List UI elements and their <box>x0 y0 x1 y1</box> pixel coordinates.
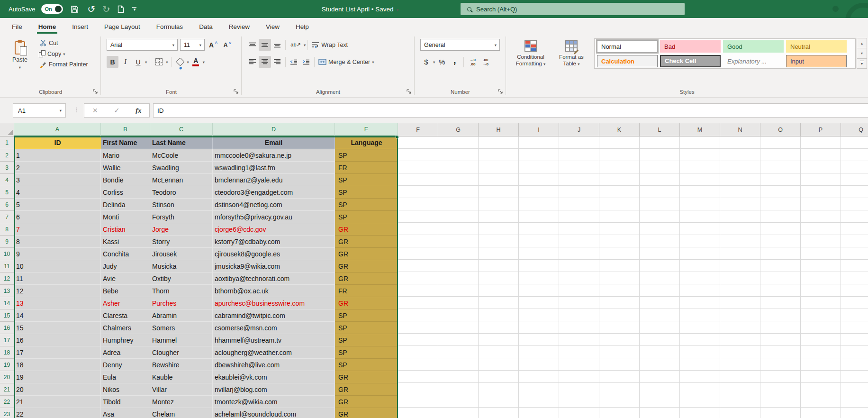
cell-b14[interactable]: Asher <box>101 297 150 309</box>
number-format-select[interactable]: General ▾ <box>420 39 500 51</box>
accounting-format-button[interactable]: $ <box>420 56 432 68</box>
cancel-icon[interactable]: × <box>88 106 102 116</box>
tab-review[interactable]: Review <box>221 19 258 34</box>
cell-b4[interactable]: Bondie <box>101 174 150 186</box>
column-header-a[interactable]: A <box>14 123 101 136</box>
cell-a22[interactable]: 21 <box>14 396 101 408</box>
column-header-q[interactable]: Q <box>841 123 868 136</box>
row-header-22[interactable]: 22 <box>0 396 14 408</box>
cell-a9[interactable]: 8 <box>14 236 101 248</box>
row-header-17[interactable]: 17 <box>0 334 14 346</box>
row-header-21[interactable]: 21 <box>0 383 14 396</box>
cell-a3[interactable]: 2 <box>14 162 101 174</box>
cell-b2[interactable]: Mario <box>101 149 150 162</box>
cell-d16[interactable]: csomerse@msn.com <box>213 322 335 334</box>
font-color-dropdown-icon[interactable]: ▾ <box>203 60 205 64</box>
fill-color-dropdown-icon[interactable]: ▾ <box>187 60 189 64</box>
cell-e22[interactable]: GR <box>335 396 398 408</box>
row-header-19[interactable]: 19 <box>0 359 14 371</box>
cell-style-input[interactable]: Input <box>786 55 847 67</box>
cell-b8[interactable]: Cristian <box>101 223 150 236</box>
cell-d22[interactable]: tmontezk@wikia.com <box>213 396 335 408</box>
name-box-dropdown-icon[interactable]: ▾ <box>60 108 62 113</box>
name-box[interactable]: A1 ▾ <box>13 103 66 118</box>
column-header-h[interactable]: H <box>479 123 519 136</box>
accounting-dropdown-icon[interactable]: ▾ <box>433 60 435 64</box>
font-family-select[interactable]: Arial ▾ <box>107 39 178 51</box>
orientation-button[interactable]: ab↗ <box>288 39 304 51</box>
row-header-11[interactable]: 11 <box>0 260 14 273</box>
cell-a16[interactable]: 15 <box>14 322 101 334</box>
row-header-4[interactable]: 4 <box>0 174 14 186</box>
row-header-6[interactable]: 6 <box>0 199 14 211</box>
row-header-1[interactable]: 1 <box>0 136 14 149</box>
save-icon[interactable] <box>69 4 80 14</box>
cell-e12[interactable]: GR <box>335 273 398 285</box>
cell-d23[interactable]: achelaml@soundcloud.com <box>213 408 335 418</box>
cell-a11[interactable]: 10 <box>14 260 101 273</box>
copy-button[interactable]: Copy ▾ <box>37 49 90 58</box>
new-document-icon[interactable] <box>116 4 126 14</box>
cell-c10[interactable]: Jirousek <box>150 248 213 260</box>
cell-b7[interactable]: Monti <box>101 211 150 223</box>
cell-a5[interactable]: 4 <box>14 186 101 199</box>
tab-help[interactable]: Help <box>288 19 317 34</box>
row-header-14[interactable]: 14 <box>0 297 14 309</box>
format-painter-button[interactable]: Format Painter <box>37 60 90 69</box>
column-header-o[interactable]: O <box>760 123 801 136</box>
cell-d21[interactable]: nvillarj@blog.com <box>213 383 335 396</box>
cell-d19[interactable]: dbewshireh@live.com <box>213 359 335 371</box>
document-title[interactable]: Student List April • Saved▾ <box>265 6 455 13</box>
row-header-8[interactable]: 8 <box>0 223 14 236</box>
row-header-20[interactable]: 20 <box>0 371 14 383</box>
cell-b23[interactable]: Asa <box>101 408 150 418</box>
cell-b13[interactable]: Bebe <box>101 285 150 297</box>
underline-button[interactable]: U <box>132 56 144 68</box>
cell-c14[interactable]: Purches <box>150 297 213 309</box>
cell-c6[interactable]: Stinson <box>150 199 213 211</box>
align-center-button[interactable] <box>259 56 271 68</box>
cell-a19[interactable]: 18 <box>14 359 101 371</box>
tab-view[interactable]: View <box>258 19 288 34</box>
formula-input[interactable]: ID <box>153 103 868 118</box>
row-header-9[interactable]: 9 <box>0 236 14 248</box>
undo-icon[interactable]: ↺ <box>86 4 96 14</box>
cell-e2[interactable]: SP <box>335 149 398 162</box>
cell-style-checkcell[interactable]: Check Cell <box>660 55 721 67</box>
search-input[interactable]: Search (Alt+Q) <box>461 3 685 15</box>
tab-insert[interactable]: Insert <box>64 19 96 34</box>
cell-e21[interactable]: GR <box>335 383 398 396</box>
clipboard-dialog-launcher-icon[interactable] <box>93 89 98 94</box>
format-as-table-button[interactable]: Format as Table ▾ <box>552 37 590 85</box>
cell-e3[interactable]: FR <box>335 162 398 174</box>
cell-d2[interactable]: mmccoole0@sakura.ne.jp <box>213 149 335 162</box>
cell-e20[interactable]: GR <box>335 371 398 383</box>
cell-e23[interactable]: GR <box>335 408 398 418</box>
selection-fill-handle[interactable] <box>396 135 399 138</box>
cell-a13[interactable]: 12 <box>14 285 101 297</box>
decrease-decimal-button[interactable]: .00→0 <box>479 56 491 68</box>
merge-center-dropdown-icon[interactable]: ▾ <box>372 60 374 64</box>
cell-d4[interactable]: bmclennan2@yale.edu <box>213 174 335 186</box>
cell-c13[interactable]: Thorn <box>150 285 213 297</box>
font-size-select[interactable]: 11 ▾ <box>180 39 205 51</box>
tab-page-layout[interactable]: Page Layout <box>96 19 148 34</box>
cell-c23[interactable]: Chelam <box>150 408 213 418</box>
cell-b16[interactable]: Chalmers <box>101 322 150 334</box>
cell-c7[interactable]: Forsyth <box>150 211 213 223</box>
cell-e7[interactable]: SP <box>335 211 398 223</box>
cell-b18[interactable]: Adrea <box>101 346 150 359</box>
cell-e4[interactable]: SP <box>335 174 398 186</box>
cell-c11[interactable]: Musicka <box>150 260 213 273</box>
cell-e8[interactable]: GR <box>335 223 398 236</box>
tab-data[interactable]: Data <box>191 19 221 34</box>
cell-b11[interactable]: Judy <box>101 260 150 273</box>
cell-style-good[interactable]: Good <box>723 40 784 53</box>
increase-indent-button[interactable] <box>300 56 312 68</box>
conditional-formatting-button[interactable]: Conditional Formatting ▾ <box>511 37 551 85</box>
column-header-j[interactable]: J <box>559 123 599 136</box>
align-left-button[interactable] <box>246 56 259 68</box>
cell-d3[interactable]: wswadling1@last.fm <box>213 162 335 174</box>
cell-b15[interactable]: Claresta <box>101 309 150 322</box>
cell-d10[interactable]: cjirousek8@google.es <box>213 248 335 260</box>
